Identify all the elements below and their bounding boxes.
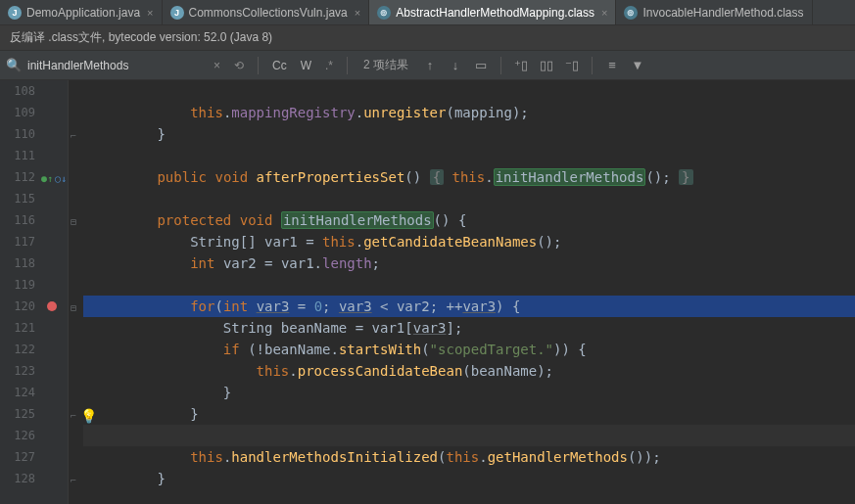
editor-tabs: J DemoApplication.java × J CommonsCollec… (0, 0, 855, 25)
tab-label: DemoApplication.java (26, 6, 140, 20)
next-match-button[interactable]: ↓ (446, 56, 465, 75)
whole-word-button[interactable]: W (297, 57, 315, 74)
line-number: 115 (0, 188, 39, 209)
line-number: 121 (0, 317, 39, 339)
code-line-highlighted: for(int var3 = 0; var3 < var2; ++var3) { (83, 296, 855, 317)
gutter: 108 109 110 111 112 115 116 117 118 119 … (0, 80, 69, 504)
settings-icon[interactable]: ≡ (602, 56, 622, 75)
code-line: String[] var1 = this.getCandidateBeanNam… (83, 231, 855, 252)
separator (592, 57, 593, 74)
code-editor[interactable]: 108 109 110 111 112 115 116 117 118 119 … (0, 80, 855, 504)
code-line: int var2 = var1.length; (83, 252, 855, 274)
fold-start-icon[interactable]: ⊟ (71, 298, 76, 319)
class-file-icon: ⊚ (377, 6, 391, 20)
line-number: 128 (0, 468, 39, 489)
info-text: 反编译 .class文件, bytecode version: 52.0 (Ja… (10, 30, 272, 44)
java-file-icon: J (8, 6, 22, 20)
line-number: 111 (0, 145, 39, 166)
code-line: } (83, 382, 855, 403)
code-line: if (!beanName.startsWith("scopedTarget."… (83, 339, 855, 360)
line-number: 108 (0, 80, 39, 102)
tab-abstract-handler[interactable]: ⊚ AbstractHandlerMethodMapping.class × (369, 0, 616, 24)
regex-button[interactable]: .* (321, 57, 337, 74)
separator (347, 57, 348, 74)
history-button[interactable]: ⟲ (230, 57, 248, 74)
line-number: 116 (0, 209, 39, 231)
class-file-icon: ⊚ (624, 6, 638, 20)
line-number: 127 (0, 446, 39, 468)
code-line: this.processCandidateBean(beanName); (83, 360, 855, 382)
code-line: public void afterPropertiesSet() { this.… (83, 166, 855, 188)
search-input[interactable]: initHandlerMethods (27, 59, 204, 72)
line-number: 123 (0, 360, 39, 382)
line-number: 119 (0, 274, 39, 296)
fold-start-icon[interactable]: ⊟ (71, 211, 76, 233)
line-number: 122 (0, 339, 39, 360)
tab-invocable-handler[interactable]: ⊚ InvocableHandlerMethod.class (616, 0, 812, 24)
close-icon[interactable]: × (355, 7, 360, 19)
decompile-info-bar: 反编译 .class文件, bytecode version: 52.0 (Ja… (0, 25, 855, 51)
java-file-icon: J (170, 6, 184, 20)
tab-label: InvocableHandlerMethod.class (642, 6, 803, 20)
line-number: 120 (0, 296, 39, 317)
results-count: 2 项结果 (363, 57, 408, 73)
fold-end-icon[interactable]: ⌐ (71, 405, 76, 427)
remove-occurrence-button[interactable]: ⁻▯ (562, 56, 582, 75)
fold-column: ⌐ ⊟ ⊟ ⌐ ⌐ 💡 (69, 80, 83, 504)
search-icon: 🔍 (6, 58, 22, 72)
code-line: } (83, 468, 855, 489)
line-number: 126 (0, 425, 39, 446)
select-all-button[interactable]: ▭ (471, 56, 491, 75)
fold-end-icon[interactable]: ⌐ (71, 470, 76, 491)
code-line: this.mappingRegistry.unregister(mapping)… (83, 102, 855, 123)
separator (258, 57, 259, 74)
code-line-current (83, 425, 855, 446)
fold-end-icon[interactable]: ⌐ (71, 125, 76, 147)
code-line: } (83, 123, 855, 145)
line-number: 112 (0, 166, 39, 188)
line-number: 109 (0, 102, 39, 123)
close-icon[interactable]: × (601, 7, 607, 19)
line-number: 110 (0, 123, 39, 145)
close-icon[interactable]: × (147, 7, 153, 19)
select-occurrences-button[interactable]: ▯▯ (537, 56, 556, 75)
separator (500, 57, 501, 74)
breakpoint-icon[interactable] (47, 301, 57, 311)
override-marker-icon[interactable]: ●↑ (41, 168, 53, 190)
code-line: } (83, 403, 855, 425)
prev-match-button[interactable]: ↑ (420, 56, 440, 75)
tab-label: CommonsCollectionsVuln.java (189, 6, 348, 20)
code-line: this.handlerMethodsInitialized(this.getH… (83, 446, 855, 468)
tab-demo-application[interactable]: J DemoApplication.java × (0, 0, 163, 24)
line-number: 125 (0, 403, 39, 425)
code-line: protected void initHandlerMethods() { (83, 209, 855, 231)
tab-commons-collections[interactable]: J CommonsCollectionsVuln.java × (163, 0, 370, 24)
tab-label: AbstractHandlerMethodMapping.class (396, 6, 594, 20)
implements-marker-icon[interactable]: ○↓ (55, 168, 67, 190)
search-query-text: initHandlerMethods (27, 59, 128, 72)
line-number: 124 (0, 382, 39, 403)
add-selection-button[interactable]: ⁺▯ (511, 56, 531, 75)
filter-icon[interactable]: ▼ (628, 56, 647, 75)
clear-search-button[interactable]: × (210, 57, 224, 74)
line-number: 118 (0, 252, 39, 274)
code-area[interactable]: this.mappingRegistry.unregister(mapping)… (83, 80, 855, 504)
line-number: 117 (0, 231, 39, 252)
match-case-button[interactable]: Cc (268, 57, 291, 74)
code-line: String beanName = var1[var3]; (83, 317, 855, 339)
find-bar: 🔍 initHandlerMethods × ⟲ Cc W .* 2 项结果 ↑… (0, 51, 855, 80)
